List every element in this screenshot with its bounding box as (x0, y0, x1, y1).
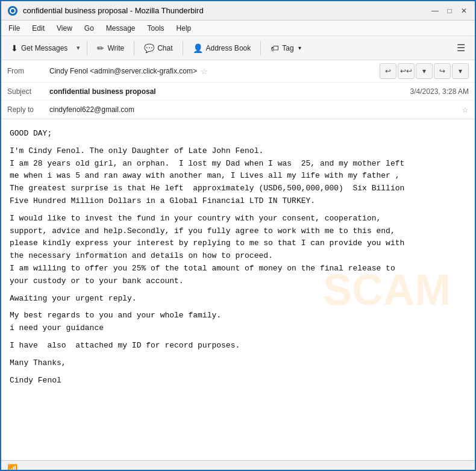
status-bar: 📶 (1, 460, 475, 471)
address-book-icon: 👤 (193, 43, 203, 53)
email-paragraph: I have also attached my ID for record pu… (10, 340, 466, 352)
address-book-button[interactable]: 👤 Address Book (188, 41, 256, 55)
forward-button[interactable]: ↪ (434, 63, 451, 79)
menu-message[interactable]: Message (104, 23, 138, 34)
tag-icon: 🏷 (271, 43, 279, 53)
toolbar-divider-4 (260, 41, 261, 55)
subject-row: Subject confidential business proposal 3… (1, 83, 475, 101)
window-title: confidential business proposal - Mozilla… (23, 6, 204, 15)
chat-icon: 💬 (144, 43, 154, 53)
email-paragraph: GOOD DAY; (10, 128, 466, 140)
subject-label: Subject (7, 87, 49, 96)
menu-file[interactable]: File (6, 23, 22, 34)
get-messages-dropdown[interactable]: ▾ (75, 42, 82, 54)
from-row: From Cindy Fenol <admin@server.click-gra… (1, 60, 475, 83)
reply-to-value: cindyfenol622@gmail.com (49, 105, 458, 114)
write-button[interactable]: ✏ Write (92, 41, 129, 55)
menu-view[interactable]: View (54, 23, 75, 34)
email-paragraph: Awaiting your urgent reply. (10, 293, 466, 305)
reply-to-star-icon[interactable]: ☆ (462, 105, 469, 114)
prev-message-button[interactable]: ▾ (416, 63, 433, 79)
from-value: Cindy Fenol <admin@server.click-grafix.c… (49, 67, 197, 75)
menu-go[interactable]: Go (82, 23, 96, 34)
email-paragraph: Cindy Fenol (10, 375, 466, 387)
email-header: From Cindy Fenol <admin@server.click-gra… (1, 60, 475, 119)
title-bar: confidential business proposal - Mozilla… (1, 1, 475, 20)
minimize-button[interactable]: — (430, 6, 440, 16)
get-messages-button[interactable]: ⬇ Get Messages (6, 41, 72, 55)
write-icon: ✏ (97, 43, 104, 53)
subject-value: confidential business proposal (49, 87, 410, 96)
toolbar-divider-1 (87, 41, 87, 55)
email-paragraph: My best regards to you and your whole fa… (10, 310, 466, 335)
close-button[interactable]: ✕ (459, 6, 469, 16)
email-paragraph: I would like to invest the fund in your … (10, 213, 466, 288)
email-body: SCAM GOOD DAY;I'm Cindy Fenol. The only … (1, 119, 475, 460)
menu-tools[interactable]: Tools (145, 23, 167, 34)
toolbar: ⬇ Get Messages ▾ ✏ Write 💬 Chat 👤 Addres… (1, 36, 475, 60)
from-label: From (7, 67, 49, 75)
svg-point-2 (11, 9, 14, 13)
get-messages-icon: ⬇ (11, 43, 18, 53)
from-star-icon[interactable]: ☆ (201, 67, 208, 76)
toolbar-divider-2 (134, 41, 134, 55)
reply-button[interactable]: ↩ (380, 63, 396, 79)
tag-button[interactable]: 🏷 Tag ▾ (266, 41, 305, 55)
app-icon (7, 5, 18, 16)
window-controls: — □ ✕ (430, 6, 469, 16)
email-paragraphs: GOOD DAY;I'm Cindy Fenol. The only Daugh… (10, 128, 466, 387)
toolbar-divider-3 (183, 41, 183, 55)
menu-edit[interactable]: Edit (30, 23, 47, 34)
chat-button[interactable]: 💬 Chat (139, 41, 177, 55)
hamburger-menu-button[interactable]: ☰ (452, 40, 470, 56)
email-paragraph: Many Thanks, (10, 357, 466, 370)
menu-help[interactable]: Help (174, 23, 194, 34)
maximize-button[interactable]: □ (445, 6, 454, 16)
status-icon: 📶 (7, 464, 17, 472)
menu-bar: File Edit View Go Message Tools Help (1, 20, 475, 36)
email-paragraph: I'm Cindy Fenol. The only Daughter of La… (10, 145, 466, 208)
from-left: From Cindy Fenol <admin@server.click-gra… (7, 67, 208, 76)
tag-dropdown-arrow: ▾ (298, 45, 301, 51)
reply-to-label: Reply to (7, 105, 49, 114)
email-date: 3/4/2023, 3:28 AM (410, 87, 469, 96)
reply-to-row: Reply to cindyfenol622@gmail.com ☆ (1, 101, 475, 119)
nav-buttons: ↩ ↩↩ ▾ ↪ ▾ (380, 63, 469, 79)
reply-all-button[interactable]: ↩↩ (398, 63, 415, 79)
more-nav-button[interactable]: ▾ (452, 63, 469, 79)
